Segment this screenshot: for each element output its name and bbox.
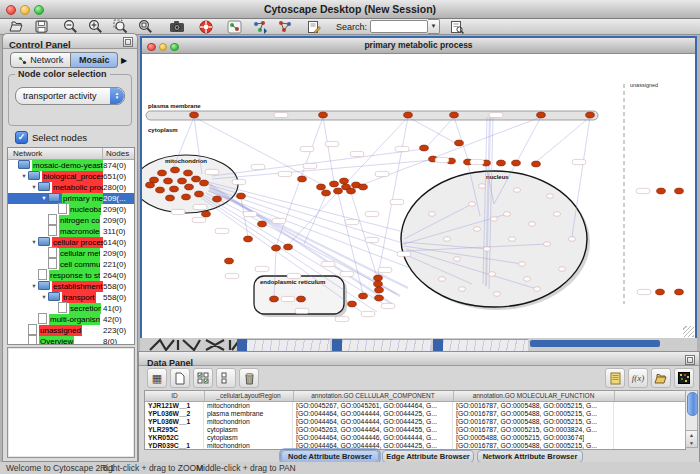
tree-row-macromolecule[interactable]: macromolecule311(0)	[8, 226, 134, 237]
gene-label-bubble[interactable]	[572, 159, 586, 164]
gene-label-bubble[interactable]	[303, 163, 317, 168]
table-row-ydr039c-1[interactable]: YDR039C__1mitochondrion[GO:0044464, GO:0…	[145, 442, 685, 450]
gene-node[interactable]	[317, 184, 326, 190]
gene-label-bubble[interactable]	[281, 296, 295, 301]
gene-node[interactable]	[532, 161, 541, 167]
gene-node[interactable]	[158, 170, 167, 176]
help-icon[interactable]	[197, 20, 214, 34]
open-icon[interactable]	[8, 20, 25, 34]
gene-node[interactable]	[270, 296, 279, 302]
gene-label-bubble[interactable]	[365, 237, 379, 242]
search-input[interactable]	[370, 20, 428, 33]
gene-node[interactable]	[512, 160, 521, 166]
gene-label-bubble[interactable]	[468, 202, 475, 207]
tree-row-biological-process[interactable]: ▼biological_process651(0)	[8, 171, 134, 182]
gene-label-bubble[interactable]	[295, 308, 309, 313]
gene-node[interactable]	[497, 160, 506, 166]
tree-row-metabolic-process[interactable]: ▼metabolic process280(0)	[8, 182, 134, 193]
gene-node[interactable]	[420, 145, 429, 151]
gene-label-bubble[interactable]	[287, 273, 301, 278]
gene-label-bubble[interactable]	[381, 303, 395, 308]
background-windows-strip[interactable]	[140, 338, 697, 351]
network-canvas[interactable]: plasma membrane cytoplasm mitochondrion …	[142, 54, 695, 338]
disclosure-triangle-icon[interactable]: ▼	[40, 193, 48, 204]
gene-label-bubble[interactable]	[508, 237, 515, 242]
column-header-molecular-function[interactable]: annotation.GO MOLECULAR_FUNCTION	[453, 391, 615, 401]
network-view-titlebar[interactable]: primary metabolic process	[142, 38, 695, 54]
gene-label-bubble[interactable]	[215, 228, 229, 233]
gene-node[interactable]	[359, 184, 368, 190]
tab-network[interactable]: Network	[10, 52, 71, 68]
zoom-out-icon[interactable]	[62, 20, 79, 34]
gene-label-bubble[interactable]	[636, 188, 650, 193]
gene-label-bubble[interactable]	[637, 289, 651, 294]
gene-node[interactable]	[298, 176, 307, 182]
gene-label-bubble[interactable]	[232, 179, 246, 184]
gene-node[interactable]	[404, 112, 413, 118]
disclosure-triangle-icon[interactable]: ▼	[30, 237, 38, 248]
node-color-dropdown[interactable]: transporter activity ▲▼	[15, 87, 125, 105]
zoom-in-icon[interactable]	[87, 20, 104, 34]
attribute-table-icon[interactable]: ▦	[147, 368, 167, 388]
background-window-titlebar[interactable]	[530, 340, 660, 347]
layout-network-icon[interactable]	[276, 20, 293, 34]
tree-column-nodes[interactable]: Nodes	[102, 148, 129, 159]
gene-label-bubble[interactable]	[171, 209, 185, 214]
column-header-cellular-component[interactable]: annotation.GO CELLULAR_COMPONENT	[293, 391, 454, 401]
edge[interactable]	[424, 117, 454, 150]
gene-node[interactable]	[244, 236, 253, 242]
gene-node[interactable]	[170, 186, 179, 192]
scrollbar-thumb[interactable]	[687, 392, 698, 416]
edge[interactable]	[536, 117, 590, 162]
annotation-icon[interactable]	[305, 20, 322, 34]
gene-node[interactable]	[656, 289, 665, 295]
delete-attribute-icon[interactable]	[239, 368, 259, 388]
gene-label-bubble[interactable]	[428, 212, 435, 217]
gene-label-bubble[interactable]	[533, 287, 540, 292]
gene-label-bubble[interactable]	[473, 227, 480, 232]
gene-node[interactable]	[586, 112, 595, 118]
gene-label-bubble[interactable]	[438, 277, 445, 282]
edge[interactable]	[241, 198, 248, 237]
gene-label-bubble[interactable]	[518, 262, 525, 267]
gene-node[interactable]	[359, 293, 368, 299]
gene-node[interactable]	[156, 187, 165, 193]
gene-label-bubble[interactable]	[528, 222, 535, 227]
gene-label-bubble[interactable]	[192, 217, 206, 222]
tree-row-nucleobase[interactable]: nucleobase-209(0)	[8, 204, 134, 215]
edge[interactable]	[304, 195, 326, 244]
gene-label-bubble[interactable]	[340, 271, 354, 276]
tree-row-secretion[interactable]: secretion41(0)	[8, 303, 134, 314]
gene-node[interactable]	[675, 188, 684, 194]
column-header-id[interactable]: ID	[145, 391, 205, 401]
disclosure-triangle-icon[interactable]: ▼	[30, 281, 38, 292]
gene-node[interactable]	[675, 289, 684, 295]
gene-label-bubble[interactable]	[553, 212, 560, 217]
edge[interactable]	[208, 182, 404, 232]
gene-label-bubble[interactable]	[488, 272, 495, 277]
search-config-icon[interactable]	[448, 20, 465, 34]
scrollbar-arrows[interactable]: ▲▼	[686, 430, 697, 447]
tree-row-response-to-stimulu[interactable]: response to stimulu264(0)	[8, 270, 134, 281]
gene-node[interactable]	[348, 301, 357, 307]
gene-node[interactable]	[455, 140, 464, 146]
gene-node[interactable]	[322, 190, 331, 196]
background-window-edge[interactable]	[332, 339, 342, 351]
disclosure-triangle-icon[interactable]: ▼	[30, 182, 38, 193]
table-row-ypl036w-1[interactable]: YPL036W__1mitochondrion[GO:0044464, GO:0…	[145, 418, 685, 426]
edge[interactable]	[212, 160, 433, 179]
background-window-edge[interactable]	[433, 339, 443, 351]
gene-label-bubble[interactable]	[325, 141, 339, 146]
gene-label-bubble[interactable]	[483, 247, 490, 252]
gene-node[interactable]	[375, 295, 384, 301]
gene-label-bubble[interactable]	[205, 169, 219, 174]
gene-node[interactable]	[375, 287, 384, 293]
import-network-icon[interactable]	[251, 20, 268, 34]
gene-label-bubble[interactable]	[390, 199, 404, 204]
table-row-ykr052c[interactable]: YKR052Ccytoplasm[GO:0044464, GO:0044446,…	[145, 434, 685, 442]
gene-node[interactable]	[166, 195, 175, 201]
tree-row-establishment-of-lo[interactable]: ▼establishment of lo558(0)	[8, 281, 134, 292]
gene-node[interactable]	[272, 245, 281, 251]
gene-node[interactable]	[146, 182, 155, 188]
edge[interactable]	[454, 117, 468, 160]
